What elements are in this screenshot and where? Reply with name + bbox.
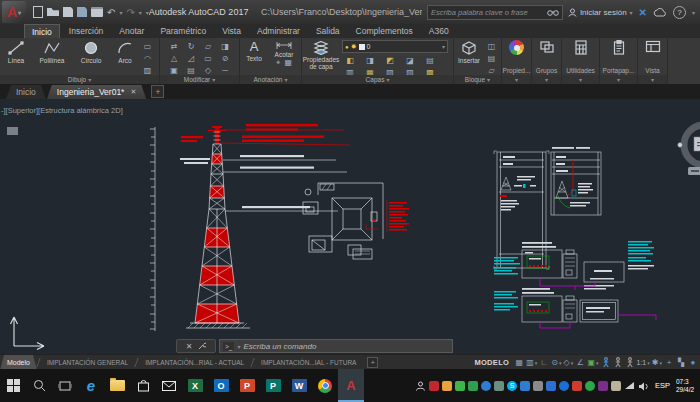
close-icon[interactable]: ✕ (130, 88, 136, 96)
language-indicator[interactable]: ESP (655, 381, 670, 390)
panel-label-utilidades[interactable]: ▾ (562, 75, 599, 84)
text-button[interactable]: A Texto (240, 38, 268, 62)
taskbar-search-icon[interactable] (26, 369, 52, 402)
app-tray-icon[interactable] (494, 381, 504, 391)
blue-square-tray-icon[interactable] (546, 381, 556, 391)
phone-tray-icon[interactable] (585, 381, 595, 391)
line-button[interactable]: Línea (0, 38, 32, 64)
device-tray-icon[interactable] (611, 381, 621, 391)
task-view-icon[interactable] (52, 369, 78, 402)
utilities-icon[interactable] (574, 40, 588, 55)
save-icon[interactable] (63, 6, 73, 19)
annotation-scale-person-icon[interactable] (625, 357, 635, 368)
red-app-tray-icon[interactable] (572, 381, 582, 391)
save-as-icon[interactable] (77, 6, 87, 19)
layer-tool-icon[interactable]: ◪ (403, 55, 417, 66)
layer-properties-button[interactable]: Propiedades de capa (302, 38, 340, 70)
groups-icon[interactable] (539, 40, 555, 54)
polar-tracking-icon[interactable]: ⊙▾ (551, 357, 561, 368)
insert-block-button[interactable]: Insertar (454, 38, 484, 64)
people-icon[interactable] (415, 381, 426, 391)
fillet-icon[interactable]: ▭ (201, 53, 215, 64)
command-prompt-icon[interactable]: >_ (223, 342, 234, 351)
layer-tool-icon[interactable]: ◨ (363, 55, 377, 66)
redo-dropdown-icon[interactable]: ▾ (139, 6, 142, 19)
panel-label-vista[interactable]: ▾ (638, 75, 667, 84)
clipboard-icon[interactable] (612, 40, 626, 55)
chat-tray-icon[interactable] (533, 381, 543, 391)
word-icon[interactable]: W (286, 369, 312, 402)
annotation-scale-value[interactable]: 1:1▾ (637, 357, 650, 368)
annotation-monitor-icon[interactable]: + (664, 357, 674, 368)
chrome-icon[interactable] (312, 369, 338, 402)
autoscale-icon[interactable] (613, 357, 623, 368)
offset-icon[interactable]: ▱ (201, 41, 215, 52)
green-app-tray-icon[interactable] (455, 381, 465, 391)
layer-tool-icon[interactable]: ◧ (343, 55, 357, 66)
mail-tray-icon[interactable] (442, 381, 452, 391)
layout-tab-implantacion-actual[interactable]: IMPLANTACIÓN...RIAL - ACTUAL (138, 355, 251, 370)
tab-insercion[interactable]: Inserción (62, 24, 111, 38)
file-explorer-icon[interactable] (104, 369, 130, 402)
redo-icon[interactable]: ↷ (126, 6, 134, 19)
panel-label-anotacion[interactable]: Anotación▾ (240, 75, 301, 84)
volume-icon[interactable] (638, 381, 649, 391)
store-icon[interactable] (130, 369, 156, 402)
block-attr-icon[interactable]: ▱ (485, 65, 499, 76)
mirror-icon[interactable]: ◿ (184, 53, 198, 64)
panel-label-grupos[interactable]: ▾ (532, 75, 561, 84)
tab-complementos[interactable]: Complementos (349, 24, 420, 38)
recent-commands-icon[interactable]: ▾ (237, 343, 240, 350)
tab-vista[interactable]: Vista (215, 24, 248, 38)
tab-administrar[interactable]: Administrar (250, 24, 307, 38)
undo-dropdown-icon[interactable]: ▾ (119, 6, 122, 19)
panel-label-portapapeles[interactable]: ▾ (600, 75, 637, 84)
ortho-mode-icon[interactable]: ∟ (539, 357, 549, 368)
view-icon[interactable] (645, 40, 661, 53)
command-input[interactable]: >_ ▾ Escriba un comando (219, 339, 453, 353)
clean-screen-icon[interactable]: ● (688, 357, 698, 368)
new-drawing-tab-button[interactable]: + (151, 85, 164, 98)
isolate-objects-icon[interactable]: ▚ (676, 357, 686, 368)
layer-tool-icon[interactable]: ◩ (383, 55, 397, 66)
tab-parametrico[interactable]: Paramétrico (153, 24, 213, 38)
rotate-icon[interactable]: ↻ (184, 41, 198, 52)
green-app2-tray-icon[interactable] (468, 381, 478, 391)
workspace-gear-icon[interactable]: ✱▾ (652, 357, 662, 368)
polyline-button[interactable]: Polilínea (32, 38, 72, 64)
stretch-icon[interactable]: ◇ (201, 65, 215, 76)
adobe-tray-icon[interactable] (429, 381, 439, 391)
open-file-icon[interactable] (47, 6, 59, 19)
tab-salida[interactable]: Salida (309, 24, 347, 38)
properties-wheel-icon[interactable] (509, 40, 524, 55)
panel-label-bloque[interactable]: Bloque▾ (454, 75, 501, 84)
circle-button[interactable]: Círculo (72, 38, 110, 64)
file-tab-inicio[interactable]: Inicio (6, 85, 46, 99)
print-icon[interactable] (91, 6, 103, 19)
onedrive-tray-icon[interactable] (481, 381, 491, 391)
undo-icon[interactable]: ↶ (107, 6, 115, 19)
mail-icon[interactable] (156, 369, 182, 402)
panel-label-propiedades[interactable]: ▾ (502, 75, 531, 84)
layout-tab-modelo[interactable]: Modelo (0, 355, 37, 370)
drawing-area[interactable]: -][Superior][Estructura alámbrica 2D] (0, 99, 700, 354)
move-icon[interactable]: ⇄ (167, 41, 181, 52)
edge-icon[interactable]: e (78, 369, 104, 402)
erase-icon[interactable]: ⊘ (218, 53, 232, 64)
exchange-apps-icon[interactable]: ✕ (639, 7, 647, 18)
isodraft-icon[interactable]: ◇▾ (563, 357, 573, 368)
excel-icon[interactable]: X (182, 369, 208, 402)
file-tab-active[interactable]: Ingenieria_Ver01* ✕ (47, 85, 146, 99)
model-space-toggle[interactable]: MODELO (474, 358, 509, 367)
start-button[interactable] (0, 369, 26, 402)
object-snap-icon[interactable]: ▣▾ (587, 357, 598, 368)
sign-in-button[interactable]: Iniciar sesión ▾ (568, 8, 633, 17)
tab-a360[interactable]: A360 (422, 24, 456, 38)
tab-inicio[interactable]: Inicio (24, 24, 60, 38)
taskbar-clock[interactable]: 07:3 29/4/2 (676, 378, 700, 393)
publisher-icon[interactable]: P (260, 369, 286, 402)
powerpoint-icon[interactable]: P (234, 369, 260, 402)
customize-wrench-icon[interactable] (197, 342, 206, 351)
blue-app-tray-icon[interactable] (520, 381, 530, 391)
close-icon[interactable]: ✕ (186, 342, 193, 351)
